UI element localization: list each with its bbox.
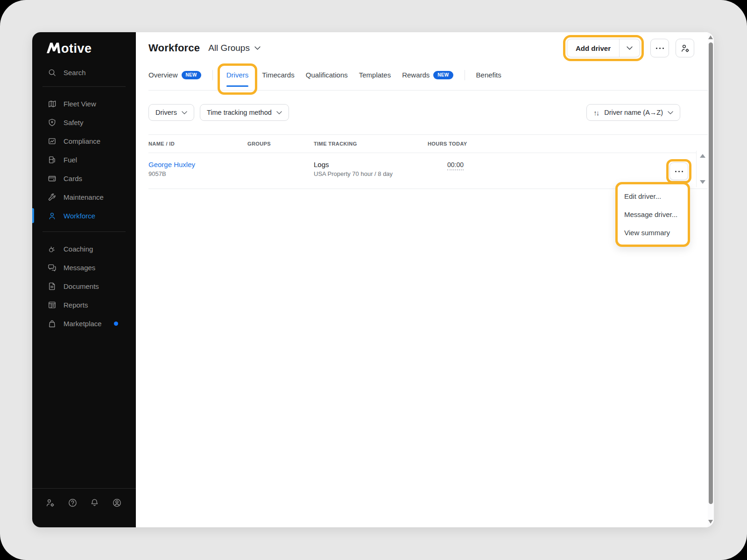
chart-frame-icon <box>48 137 56 146</box>
search-icon <box>48 68 56 77</box>
sidebar-item-label: Search <box>63 69 86 77</box>
sidebar-divider <box>42 231 126 232</box>
tab-benefits[interactable]: Benefits <box>476 70 501 88</box>
sidebar-item-label: Marketplace <box>63 320 102 328</box>
add-driver-highlight: Add driver <box>563 35 644 61</box>
admin-settings-button[interactable] <box>45 498 55 508</box>
chevron-down-icon <box>276 111 282 114</box>
driver-settings-button[interactable] <box>676 39 694 57</box>
help-button[interactable] <box>68 498 78 508</box>
sort-dropdown[interactable]: ↑↓ Driver name (A→Z) <box>586 104 680 121</box>
sidebar-item-fleet-view[interactable]: Fleet View <box>32 94 136 113</box>
driver-id: 9057B <box>148 170 247 177</box>
tab-qualifications[interactable]: Qualifications <box>306 70 348 88</box>
sidebar-item-label: Workforce <box>63 212 95 220</box>
time-tracking-method: Logs <box>314 161 428 168</box>
sidebar-divider <box>42 86 126 87</box>
person-gear-icon <box>45 498 55 508</box>
sidebar-item-label: Reports <box>63 301 88 309</box>
sidebar-item-label: Compliance <box>63 137 100 145</box>
header-more-button[interactable] <box>650 39 669 57</box>
sidebar-item-messages[interactable]: Messages <box>32 258 136 277</box>
sort-label: Driver name (A→Z) <box>604 109 663 116</box>
filter-bar: Drivers Time tracking method ↑↓ Driver n… <box>148 104 708 121</box>
sidebar-item-label: Cards <box>63 175 82 182</box>
tab-separator <box>465 70 465 80</box>
notifications-button[interactable] <box>90 498 99 508</box>
menu-item-edit-driver[interactable]: Edit driver... <box>618 187 688 205</box>
account-button[interactable] <box>112 498 122 508</box>
tab-overview[interactable]: Overview NEW <box>148 70 201 88</box>
sidebar-item-documents[interactable]: Documents <box>32 277 136 295</box>
sidebar-item-reports[interactable]: Reports <box>32 295 136 314</box>
page-header: Workforce All Groups Add driver <box>148 35 708 61</box>
tab-separator <box>212 70 213 80</box>
sidebar-item-cards[interactable]: Cards <box>32 169 136 188</box>
sidebar-item-compliance[interactable]: Compliance <box>32 132 136 150</box>
column-header-name-id: NAME / ID <box>148 141 247 147</box>
sidebar-item-marketplace[interactable]: Marketplace <box>32 314 136 333</box>
table-scrollbar[interactable] <box>696 151 708 187</box>
filter-label: Drivers <box>155 109 177 116</box>
scroll-down-arrow-icon[interactable] <box>700 180 705 184</box>
time-tracking-filter-dropdown[interactable]: Time tracking method <box>200 104 289 121</box>
tab-label: Overview <box>148 70 178 80</box>
add-driver-split-button: Add driver <box>567 39 640 57</box>
new-badge: NEW <box>182 71 201 79</box>
sidebar-item-maintenance[interactable]: Maintenance <box>32 188 136 206</box>
sidebar-footer <box>32 488 136 527</box>
tab-rewards[interactable]: Rewards NEW <box>402 70 453 88</box>
chevron-down-icon <box>668 111 673 114</box>
menu-item-message-driver[interactable]: Message driver... <box>618 205 688 224</box>
report-table-icon <box>48 301 56 309</box>
fuel-pump-icon <box>48 155 56 164</box>
whistle-icon <box>48 245 56 253</box>
sidebar-item-fuel[interactable]: Fuel <box>32 150 136 169</box>
sidebar-item-safety[interactable]: Safety <box>32 113 136 132</box>
driver-name-link[interactable]: George Huxley <box>148 161 247 168</box>
time-tracking-ruleset: USA Property 70 hour / 8 day <box>314 170 428 177</box>
credit-card-icon <box>48 174 56 183</box>
sidebar-item-coaching[interactable]: Coaching <box>32 239 136 258</box>
wrench-icon <box>48 193 56 202</box>
sidebar-item-search[interactable]: Search <box>32 63 136 82</box>
bell-icon <box>90 498 99 508</box>
ellipsis-icon <box>656 48 664 49</box>
workforce-tabs: Overview NEW Drivers Timecards Qualifica… <box>148 70 708 91</box>
tab-drivers[interactable]: Drivers <box>226 70 249 85</box>
column-header-time-tracking: TIME TRACKING <box>314 141 428 147</box>
scrollbar-up-arrow-icon[interactable] <box>708 35 713 39</box>
sidebar-item-label: Fuel <box>63 156 77 164</box>
group-scope-value: All Groups <box>208 43 250 53</box>
sidebar-item-workforce[interactable]: Workforce <box>32 206 136 225</box>
map-icon <box>48 99 56 108</box>
hours-today-value[interactable]: 00:00 <box>447 161 464 170</box>
hours-today-cell: 00:00 <box>428 161 516 170</box>
question-circle-icon <box>68 498 78 508</box>
scrollbar-thumb[interactable] <box>709 42 713 504</box>
window-scrollbar[interactable] <box>708 32 714 527</box>
tab-templates[interactable]: Templates <box>359 70 391 88</box>
shield-icon <box>48 118 56 127</box>
sidebar-item-label: Fleet View <box>63 100 96 108</box>
scroll-up-arrow-icon[interactable] <box>700 154 705 158</box>
main-area: Workforce All Groups Add driver <box>136 32 708 527</box>
drivers-filter-dropdown[interactable]: Drivers <box>148 104 194 121</box>
table-header-row: NAME / ID GROUPS TIME TRACKING HOURS TOD… <box>148 134 708 153</box>
sidebar: otive Search Fleet View Safety Complianc… <box>32 32 136 527</box>
scrollbar-down-arrow-icon[interactable] <box>708 520 713 524</box>
new-badge: NEW <box>433 71 453 79</box>
add-driver-caret-button[interactable] <box>619 39 640 57</box>
chevron-down-icon <box>182 111 187 114</box>
group-scope-dropdown[interactable]: All Groups <box>208 43 261 53</box>
svg-text:otive: otive <box>61 42 92 54</box>
add-driver-button[interactable]: Add driver <box>567 39 619 57</box>
name-id-cell: George Huxley 9057B <box>148 161 247 177</box>
motive-logo: otive <box>47 42 136 54</box>
drivers-table: NAME / ID GROUPS TIME TRACKING HOURS TOD… <box>148 134 708 189</box>
column-header-hours-today: HOURS TODAY <box>428 141 516 147</box>
tab-timecards[interactable]: Timecards <box>262 70 294 88</box>
chevron-down-icon <box>627 46 633 50</box>
row-more-button[interactable] <box>669 162 688 180</box>
menu-item-view-summary[interactable]: View summary <box>618 224 688 242</box>
